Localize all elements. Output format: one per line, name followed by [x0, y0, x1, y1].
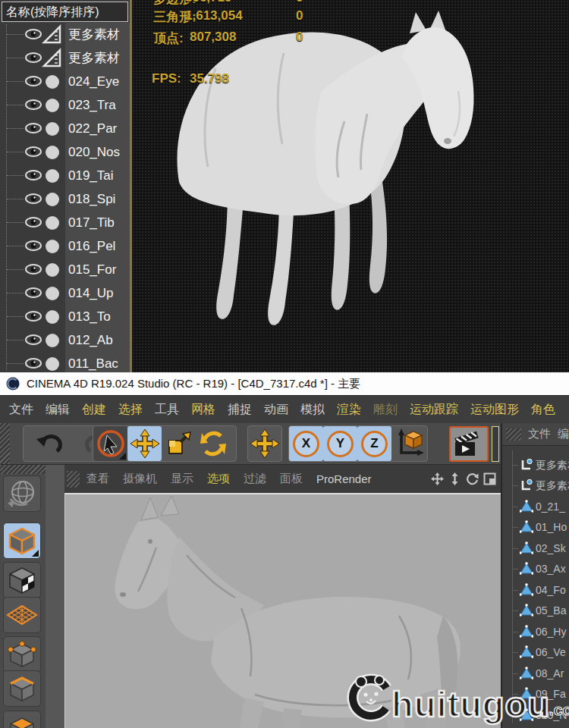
om-item[interactable]: 04_Fo — [502, 582, 569, 598]
mode-palette-grip[interactable] — [0, 465, 46, 474]
list-item[interactable]: 022_Par — [0, 117, 130, 140]
vp-menu-filter[interactable]: 过滤 — [237, 472, 273, 486]
eye-icon[interactable] — [25, 311, 42, 325]
vp-menu-options[interactable]: 选项 — [200, 472, 237, 486]
menu-file[interactable]: 文件 — [3, 402, 39, 418]
polygon-object-icon[interactable] — [520, 520, 533, 537]
polygon-object-icon[interactable] — [520, 645, 533, 662]
make-editable-button[interactable] — [3, 475, 41, 512]
zoom-icon[interactable] — [448, 472, 461, 485]
ruler-icon[interactable] — [42, 24, 62, 48]
eye-icon[interactable] — [25, 240, 42, 255]
eye-icon[interactable] — [25, 334, 42, 349]
render-settings-button-partial[interactable] — [492, 426, 499, 462]
circle-icon[interactable] — [45, 262, 60, 281]
om-item[interactable]: 06_Hy — [502, 623, 569, 640]
eye-icon[interactable] — [25, 76, 42, 90]
scale-tool-button[interactable] — [162, 426, 196, 461]
menu-simulate[interactable]: 模拟 — [294, 402, 331, 418]
circle-icon[interactable] — [45, 192, 60, 210]
vp-menu-panel[interactable]: 面板 — [273, 472, 310, 486]
circle-icon[interactable] — [45, 309, 60, 328]
axis-lock-x-button[interactable]: X — [289, 426, 323, 461]
list-item[interactable]: 011_Bac — [0, 352, 130, 372]
eye-icon[interactable] — [25, 99, 42, 114]
eye-icon[interactable] — [25, 52, 42, 67]
circle-icon[interactable] — [45, 98, 60, 116]
spline-icon[interactable] — [520, 479, 533, 495]
menu-edit[interactable]: 编辑 — [39, 402, 76, 418]
render-view-button[interactable] — [449, 426, 489, 462]
om-item[interactable]: 01_Ho — [502, 519, 569, 535]
list-item[interactable]: 015_For — [0, 258, 130, 281]
list-item[interactable]: 018_Spi — [0, 187, 130, 211]
circle-icon[interactable] — [45, 74, 60, 93]
texture-mode-button[interactable] — [3, 562, 41, 598]
polygon-object-icon[interactable] — [520, 583, 533, 600]
om-item[interactable]: 05_Ba — [502, 602, 569, 619]
model-mode-button[interactable] — [3, 522, 41, 559]
menu-mesh[interactable]: 网格 — [185, 402, 222, 418]
last-tool-button[interactable] — [247, 425, 282, 462]
polygon-object-icon[interactable] — [520, 500, 533, 516]
vp-menu-cameras[interactable]: 摄像机 — [116, 472, 164, 486]
circle-icon[interactable] — [45, 286, 60, 304]
list-item[interactable]: 017_Tib — [0, 211, 130, 234]
eye-icon[interactable] — [25, 29, 42, 43]
polygon-object-icon[interactable] — [520, 625, 533, 642]
menu-select[interactable]: 选择 — [112, 402, 149, 418]
eye-icon[interactable] — [25, 170, 42, 184]
object-list-header[interactable]: 名称(按降序排序) — [2, 2, 128, 22]
ruler-icon[interactable] — [42, 48, 62, 71]
menu-animate[interactable]: 动画 — [258, 402, 294, 418]
list-item[interactable]: 024_Eye — [0, 70, 130, 93]
circle-icon[interactable] — [45, 168, 60, 187]
spline-icon[interactable] — [520, 458, 533, 475]
om-item[interactable]: 03_Ax — [502, 560, 569, 577]
eye-icon[interactable] — [25, 193, 42, 208]
vp-menu-view[interactable]: 查看 — [80, 472, 116, 486]
om-item[interactable]: 06_Ve — [502, 644, 569, 661]
om-menu-file[interactable]: 文件 — [528, 427, 551, 441]
maximize-icon[interactable] — [483, 472, 496, 485]
axis-lock-y-button[interactable]: Y — [323, 426, 357, 461]
list-item[interactable]: 016_Pel — [0, 234, 130, 258]
list-item[interactable]: 023_Tra — [0, 93, 130, 117]
eye-icon[interactable] — [25, 146, 42, 161]
edges-mode-button[interactable] — [3, 670, 41, 707]
points-mode-button[interactable] — [3, 636, 41, 673]
om-item[interactable]: 更多素材 — [502, 477, 569, 494]
object-manager-grip[interactable] — [506, 428, 521, 441]
menu-create[interactable]: 创建 — [76, 402, 112, 418]
menu-tools[interactable]: 工具 — [149, 402, 185, 418]
move-tool-button[interactable] — [127, 426, 162, 461]
eye-icon[interactable] — [25, 287, 42, 302]
menu-snap[interactable]: 捕捉 — [222, 402, 258, 418]
circle-icon[interactable] — [45, 333, 60, 351]
list-item[interactable]: 014_Up — [0, 281, 130, 305]
menu-sculpt[interactable]: 雕刻 — [367, 402, 404, 418]
axis-lock-z-button[interactable]: Z — [357, 426, 391, 461]
circle-icon[interactable] — [45, 356, 60, 372]
eye-icon[interactable] — [25, 264, 42, 278]
polygon-object-icon[interactable] — [520, 562, 533, 579]
viewport-grip[interactable] — [67, 471, 80, 488]
circle-icon[interactable] — [45, 239, 60, 257]
menu-character[interactable]: 角色 — [525, 402, 561, 418]
om-menu-edit-partial[interactable]: 编 — [558, 427, 569, 441]
list-item[interactable]: 更多素材 — [0, 23, 130, 46]
pan-icon[interactable] — [431, 472, 444, 485]
rotate-view-icon[interactable] — [466, 472, 479, 485]
circle-icon[interactable] — [45, 121, 60, 140]
top-viewport[interactable]: 多边形: 806,719 0 三角形: 1,613,054 0 顶点: 807,… — [132, 0, 569, 372]
om-item[interactable]: 02_Sk — [502, 540, 569, 557]
eye-icon[interactable] — [25, 123, 42, 137]
menu-motion-tracker[interactable]: 运动跟踪 — [404, 402, 464, 418]
eye-icon[interactable] — [25, 358, 42, 372]
list-item[interactable]: 013_To — [0, 305, 130, 328]
eye-icon[interactable] — [25, 217, 42, 231]
live-selection-button[interactable] — [93, 426, 127, 461]
horse-model-front[interactable] — [132, 0, 569, 372]
workplane-mode-button[interactable] — [3, 597, 41, 633]
circle-icon[interactable] — [45, 215, 60, 234]
